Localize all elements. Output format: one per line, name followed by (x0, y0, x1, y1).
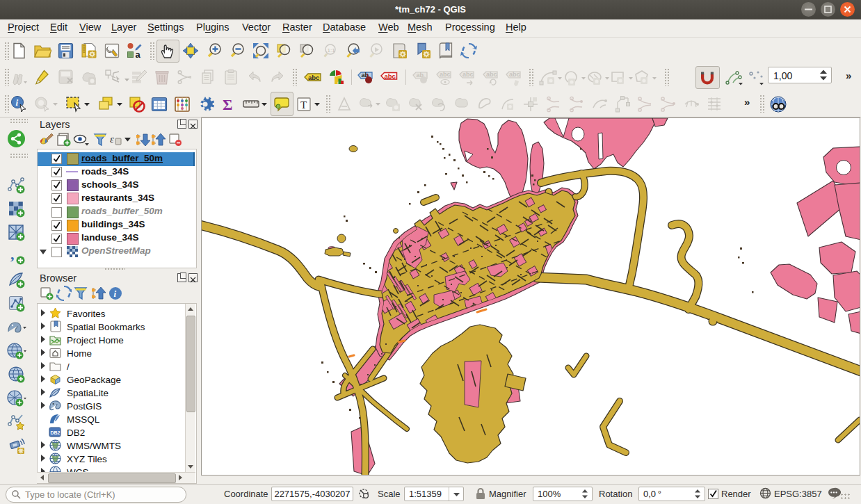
svg-text:abc: abc (440, 71, 451, 78)
svg-text:i: i (16, 97, 19, 108)
svg-text:abc: abc (509, 71, 520, 78)
svg-text:abc: abc (462, 71, 474, 78)
svg-text:T: T (300, 99, 307, 111)
svg-text:1:1: 1:1 (328, 47, 336, 54)
svg-text:ε: ε (110, 133, 114, 145)
svg-text:abc: abc (385, 72, 396, 80)
svg-text:i: i (114, 288, 117, 299)
svg-text:abc: abc (486, 71, 497, 78)
svg-text:abc: abc (308, 74, 319, 81)
svg-text:DB2: DB2 (51, 430, 61, 435)
svg-text:Σ: Σ (223, 96, 232, 113)
svg-text:a: a (136, 49, 141, 60)
svg-text:,: , (10, 247, 15, 263)
